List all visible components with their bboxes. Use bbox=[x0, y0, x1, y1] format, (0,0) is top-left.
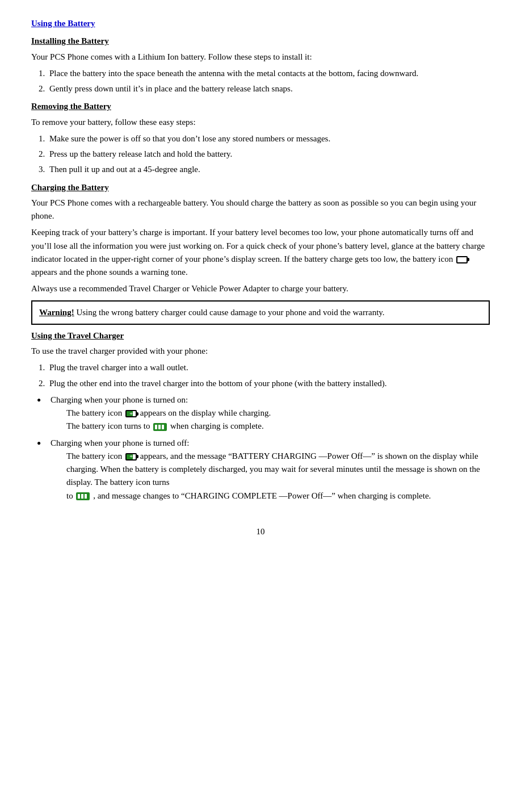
bullet-item-2: Charging when your phone is turned off: … bbox=[37, 437, 490, 503]
warning-label: Warning! bbox=[39, 308, 74, 317]
bullet-item-1: Charging when your phone is turned on: T… bbox=[37, 394, 490, 433]
svg-rect-3 bbox=[78, 494, 80, 499]
travel-charger-heading: Using the Travel Charger bbox=[31, 329, 490, 342]
battery-full-icon bbox=[153, 423, 167, 431]
battery-full-icon-2 bbox=[76, 492, 90, 500]
installing-steps-list: Place the battery into the space beneath… bbox=[47, 67, 490, 96]
charging-heading: Charging the Battery bbox=[31, 181, 490, 194]
list-item: Gently press down until it’s in place an… bbox=[47, 82, 490, 95]
removing-heading: Removing the Battery bbox=[31, 100, 490, 113]
svg-rect-5 bbox=[85, 494, 87, 499]
list-item: Plug the other end into the travel charg… bbox=[47, 377, 490, 390]
installing-heading: Installing the Battery bbox=[31, 35, 490, 48]
list-item: Place the battery into the space beneath… bbox=[47, 67, 490, 80]
battery-charging-icon-2 bbox=[125, 453, 137, 461]
travel-intro: To use the travel charger provided with … bbox=[31, 345, 490, 358]
removing-intro: To remove your battery, follow these eas… bbox=[31, 116, 490, 129]
charging-para2: Keeping track of your battery’s charge i… bbox=[31, 226, 490, 279]
charging-bullets: Charging when your phone is turned on: T… bbox=[37, 394, 490, 503]
charging-para3: Always use a recommended Travel Charger … bbox=[31, 282, 490, 295]
page-content: Using the Battery Installing the Battery… bbox=[31, 17, 490, 503]
using-battery-heading: Using the Battery bbox=[31, 17, 490, 30]
svg-rect-0 bbox=[155, 425, 157, 429]
removing-steps-list: Make sure the power is off so that you d… bbox=[47, 132, 490, 177]
battery-empty-icon bbox=[456, 256, 468, 263]
installing-intro: Your PCS Phone comes with a Lithium Ion … bbox=[31, 51, 490, 64]
svg-rect-1 bbox=[158, 425, 161, 429]
list-item: Then pull it up and out at a 45-degree a… bbox=[47, 163, 490, 176]
list-item: Plug the travel charger into a wall outl… bbox=[47, 361, 490, 374]
warning-box: Warning! Using the wrong battery charger… bbox=[31, 300, 490, 325]
svg-rect-4 bbox=[81, 494, 83, 499]
travel-steps-list: Plug the travel charger into a wall outl… bbox=[47, 361, 490, 390]
svg-rect-2 bbox=[162, 425, 164, 429]
charging-para1: Your PCS Phone comes with a rechargeable… bbox=[31, 196, 490, 223]
battery-charging-icon bbox=[125, 410, 137, 417]
page-number: 10 bbox=[31, 525, 490, 538]
list-item: Press up the battery release latch and h… bbox=[47, 148, 490, 161]
list-item: Make sure the power is off so that you d… bbox=[47, 132, 490, 145]
